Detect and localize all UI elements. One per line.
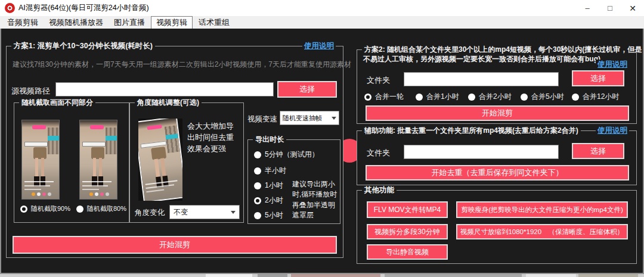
flv-mov-to-mp4-button[interactable]: FLV MOV文件转MP4	[367, 201, 448, 218]
dedupe-folder-label: 文件夹	[367, 148, 390, 158]
thumb-figure-leg	[41, 158, 45, 178]
radio-duration-5h[interactable]: 5小时	[254, 210, 283, 220]
radio-dot	[572, 94, 579, 101]
plan1-help-link[interactable]: 使用说明	[302, 41, 336, 51]
others-title: 其他功能	[362, 185, 397, 195]
radio-duration-30min[interactable]: 半小时	[254, 166, 286, 176]
maximize-icon[interactable]: □	[599, 0, 621, 16]
plan2-title-line2: 不易过人工审核，另外源视频一定要长宽一致否则合并后播放可能会有bug)	[363, 54, 600, 64]
thumb-cyan-badge	[106, 136, 117, 140]
radio-dot	[364, 94, 371, 101]
tab-random-player[interactable]: 视频随机播放器	[44, 17, 108, 29]
thumb-cyan-badge	[48, 136, 59, 140]
thumb-figure-shorts	[91, 147, 104, 159]
export-muted-video-button[interactable]: 导出静音视频	[367, 244, 448, 260]
radio-label: 随机截取80%	[87, 204, 126, 213]
resize-1080x1920-button[interactable]: 视频尺寸放缩到1080*1920 （保清晰度、压缩体积）	[456, 224, 628, 239]
rotated-thumb	[138, 119, 182, 201]
radio-merge-12h[interactable]: 合并12小时	[572, 92, 619, 102]
radio-merge-one-round[interactable]: 合并一轮	[364, 92, 404, 102]
app-window: AI混剪器(64位)(每日可混剪24小时音频) – □ ✕ 音频剪辑 视频随机播…	[0, 0, 644, 277]
angle-note: 会大大增加导出时间但去重效果会更强	[187, 121, 241, 155]
radio-merge-5h[interactable]: 合并5小时	[521, 92, 564, 102]
radio-dot	[254, 182, 261, 189]
source-path-input[interactable]	[55, 82, 274, 97]
thumb-reaction-dots	[89, 192, 109, 196]
radio-crop-80[interactable]: 随机截取80%	[76, 204, 126, 213]
dedupe-choose-button[interactable]: 选择	[572, 143, 624, 159]
plan1-start-button[interactable]: 开始混剪	[13, 236, 337, 254]
angle-preview-thumbnail	[138, 119, 182, 201]
taskbar-strip	[0, 274, 644, 277]
dedupe-folder-input[interactable]	[404, 145, 559, 159]
plan2-folder-input[interactable]	[404, 72, 559, 86]
radio-label: 半小时	[265, 166, 286, 176]
thumb-pink-badge	[90, 125, 103, 129]
radio-dot	[254, 212, 261, 219]
close-icon[interactable]: ✕	[621, 0, 644, 16]
plan2-folder-label: 文件夹	[367, 75, 390, 86]
speed-select[interactable]: 随机变速抽帧	[280, 111, 339, 125]
thumb-caption-line	[24, 181, 54, 182]
crop-preview-thumbnail-1	[21, 120, 60, 200]
chevron-down-icon	[332, 117, 336, 120]
radio-label: 合并12小时	[583, 92, 619, 102]
main-content: 方案1: 混剪单个10~30分钟长视频(耗时长) 使用说明 建议找7组30分钟的…	[0, 29, 644, 274]
thumb-search-bar	[24, 142, 48, 147]
thumb-caption-line	[24, 185, 50, 186]
radio-label: 合并2小时	[479, 92, 512, 102]
thumb-figure-leg	[93, 158, 97, 178]
radio-crop-90[interactable]: 随机截取90%	[20, 204, 70, 213]
plan1-panel: 方案1: 混剪单个10~30分钟长视频(耗时长) 使用说明 建议找7组30分钟的…	[6, 46, 343, 258]
tab-image-live[interactable]: 图片直播	[109, 17, 150, 29]
radio-label: 合并一轮	[375, 92, 404, 102]
angle-group-title: 角度随机调整(可选)	[135, 98, 202, 108]
duration-group: 导出时长 5分钟（测试用） 半小时 1小时 2小时	[247, 139, 340, 224]
plan2-title-line1: 方案2: 随机组合某个文件夹里30个以上的mp4短视频，每个30秒以内(擅长过机…	[362, 45, 630, 55]
radio-dot	[416, 94, 423, 101]
radio-label: 随机截取90%	[31, 204, 70, 213]
plan2-start-button[interactable]: 开始混剪	[366, 105, 629, 121]
thumb-reaction-dots	[32, 192, 51, 196]
thumb-figure-leg	[35, 158, 39, 178]
duration-note: 建议导出两小时,循环播放时再叠加半透明遮罩层	[292, 179, 339, 221]
tab-audio-edit[interactable]: 音频剪辑	[2, 17, 43, 29]
split-30min-button[interactable]: 视频拆分多段30分钟	[367, 224, 448, 239]
taskbar-segment	[258, 274, 287, 277]
radio-merge-1h[interactable]: 合并1小时	[416, 92, 459, 102]
chevron-down-icon	[231, 211, 236, 214]
thumb-crowd	[106, 127, 117, 154]
radio-dot	[254, 151, 261, 158]
thumb-caption-line	[82, 185, 108, 186]
source-path-label: 源视频路径	[11, 86, 50, 97]
crop-preview-thumbnail-2	[79, 120, 117, 200]
taskbar-segment	[578, 274, 638, 277]
minimize-icon[interactable]: –	[576, 0, 599, 16]
dedupe-start-button[interactable]: 开始去重（去重后保存到同文件夹下）	[366, 165, 629, 180]
radio-label: 5小时	[265, 210, 283, 220]
thumb-search-bar	[82, 142, 106, 147]
radio-duration-1h[interactable]: 1小时	[254, 180, 283, 191]
plan2-choose-button[interactable]: 选择	[572, 70, 624, 86]
angle-select[interactable]: 不变	[169, 205, 240, 219]
plan1-hint-text: 建议找7组30分钟的素材，一周7天每天用一组源素材二次剪辑出2小时视频使用，7天…	[13, 60, 351, 70]
tab-script-remix[interactable]: 话术重组	[194, 17, 234, 29]
speed-label: 视频变速	[247, 114, 277, 125]
radio-merge-2h[interactable]: 合并2小时	[468, 92, 512, 102]
tab-video-edit[interactable]: 视频剪辑	[151, 16, 193, 29]
radio-label: 合并1小时	[426, 92, 459, 102]
radio-duration-2h[interactable]: 2小时	[254, 195, 283, 206]
angle-change-label: 角度变化	[135, 208, 165, 218]
crop-group-title: 随机截取画面不同部分	[19, 98, 95, 108]
radio-dot	[20, 206, 27, 213]
plan1-title: 方案1: 混剪单个10~30分钟长视频(耗时长)	[11, 41, 155, 51]
dedupe-help-link[interactable]: 使用说明	[596, 126, 629, 136]
radio-dot	[254, 167, 261, 175]
plan1-choose-button[interactable]: 选择	[277, 81, 337, 98]
plan2-help-link[interactable]: 使用说明	[596, 60, 629, 70]
plan2-panel: 方案2: 随机组合某个文件夹里30个以上的mp4短视频，每个30秒以内(擅长过机…	[357, 49, 637, 124]
radio-duration-5min[interactable]: 5分钟（测试用）	[254, 150, 319, 160]
thumb-caption-line	[82, 189, 99, 190]
speed-select-value: 随机变速抽帧	[283, 114, 322, 123]
jianying-compress-button[interactable]: 剪映瘦身(把剪映导出的大文件压缩为更小的mp4文件)	[456, 201, 628, 218]
